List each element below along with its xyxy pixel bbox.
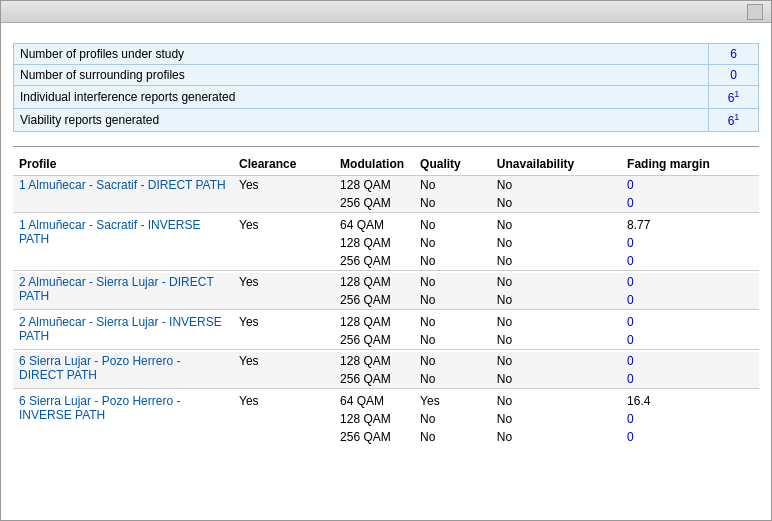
- summary-row-value: 61: [709, 86, 759, 109]
- table-row: 6 Sierra Lujar - Pozo Herrero - DIRECT P…: [13, 352, 759, 370]
- summary-report-window: Number of profiles under study6Number of…: [0, 0, 772, 521]
- summary-row-label: Viability reports generated: [14, 109, 709, 132]
- title-bar: [1, 1, 771, 23]
- modulation-value: 128 QAM: [334, 410, 414, 428]
- quality-value: No: [414, 216, 491, 234]
- unavailability-value: No: [491, 273, 621, 291]
- summary-row-value: 6: [709, 44, 759, 65]
- column-header: Quality: [414, 153, 491, 176]
- summary-row-label: Number of surrounding profiles: [14, 65, 709, 86]
- table-row: 1 Almuñecar - Sacratif - INVERSE PATHYes…: [13, 216, 759, 234]
- unavailability-value: No: [491, 234, 621, 252]
- modulation-value: 256 QAM: [334, 331, 414, 350]
- modulation-value: 64 QAM: [334, 392, 414, 410]
- unavailability-value: No: [491, 194, 621, 213]
- column-header: Profile: [13, 153, 233, 176]
- modulation-value: 128 QAM: [334, 273, 414, 291]
- modulation-value: 256 QAM: [334, 428, 414, 446]
- modulation-value: 128 QAM: [334, 313, 414, 331]
- fading-margin-value: 0: [621, 234, 759, 252]
- table-row: 6 Sierra Lujar - Pozo Herrero - INVERSE …: [13, 392, 759, 410]
- column-header: Clearance: [233, 153, 334, 176]
- clearance-value: Yes: [233, 313, 334, 350]
- fading-margin-value: 0: [621, 331, 759, 350]
- quality-value: No: [414, 370, 491, 389]
- summary-row-label: Individual interference reports generate…: [14, 86, 709, 109]
- summary-row-value: 61: [709, 109, 759, 132]
- quality-value: No: [414, 234, 491, 252]
- modulation-value: 128 QAM: [334, 176, 414, 195]
- quality-value: No: [414, 428, 491, 446]
- modulation-value: 256 QAM: [334, 291, 414, 310]
- profile-name: 2 Almuñecar - Sierra Lujar - DIRECT PATH: [13, 273, 233, 310]
- quality-value: No: [414, 352, 491, 370]
- table-row: 1 Almuñecar - Sacratif - DIRECT PATHYes1…: [13, 176, 759, 195]
- profile-name: 6 Sierra Lujar - Pozo Herrero - INVERSE …: [13, 392, 233, 446]
- summary-row-label: Number of profiles under study: [14, 44, 709, 65]
- quality-value: No: [414, 410, 491, 428]
- profiles-table: ProfileClearanceModulationQualityUnavail…: [13, 153, 759, 446]
- profile-name: 1 Almuñecar - Sacratif - INVERSE PATH: [13, 216, 233, 271]
- section-divider: [13, 146, 759, 147]
- fading-margin-value: 0: [621, 252, 759, 271]
- fading-margin-value: 0: [621, 352, 759, 370]
- unavailability-value: No: [491, 176, 621, 195]
- fading-margin-value: 0: [621, 313, 759, 331]
- fading-margin-value: 0: [621, 370, 759, 389]
- column-header: Fading margin: [621, 153, 759, 176]
- clearance-value: Yes: [233, 352, 334, 389]
- fading-margin-value: 0: [621, 291, 759, 310]
- quality-value: Yes: [414, 392, 491, 410]
- unavailability-value: No: [491, 428, 621, 446]
- modulation-value: 256 QAM: [334, 252, 414, 271]
- quality-value: No: [414, 176, 491, 195]
- modulation-value: 256 QAM: [334, 370, 414, 389]
- fading-margin-value: 0: [621, 273, 759, 291]
- table-row: 2 Almuñecar - Sierra Lujar - DIRECT PATH…: [13, 273, 759, 291]
- modulation-value: 128 QAM: [334, 352, 414, 370]
- profile-name: 1 Almuñecar - Sacratif - DIRECT PATH: [13, 176, 233, 213]
- quality-value: No: [414, 273, 491, 291]
- summary-row-value: 0: [709, 65, 759, 86]
- clearance-value: Yes: [233, 176, 334, 213]
- clearance-value: Yes: [233, 216, 334, 271]
- unavailability-value: No: [491, 392, 621, 410]
- unavailability-value: No: [491, 331, 621, 350]
- profile-name: 6 Sierra Lujar - Pozo Herrero - DIRECT P…: [13, 352, 233, 389]
- unavailability-value: No: [491, 252, 621, 271]
- modulation-value: 64 QAM: [334, 216, 414, 234]
- fading-margin-value: 0: [621, 176, 759, 195]
- fading-margin-value: 0: [621, 194, 759, 213]
- unavailability-value: No: [491, 216, 621, 234]
- unavailability-value: No: [491, 370, 621, 389]
- fading-margin-value: 0: [621, 410, 759, 428]
- summary-stats-table: Number of profiles under study6Number of…: [13, 43, 759, 132]
- unavailability-value: No: [491, 291, 621, 310]
- unavailability-value: No: [491, 352, 621, 370]
- fading-margin-value: 16.4: [621, 392, 759, 410]
- column-header: Modulation: [334, 153, 414, 176]
- quality-value: No: [414, 252, 491, 271]
- close-button[interactable]: [747, 4, 763, 20]
- quality-value: No: [414, 291, 491, 310]
- quality-value: No: [414, 313, 491, 331]
- clearance-value: Yes: [233, 273, 334, 310]
- quality-value: No: [414, 331, 491, 350]
- clearance-value: Yes: [233, 392, 334, 446]
- unavailability-value: No: [491, 410, 621, 428]
- modulation-value: 256 QAM: [334, 194, 414, 213]
- window-content: Number of profiles under study6Number of…: [1, 23, 771, 456]
- table-row: 2 Almuñecar - Sierra Lujar - INVERSE PAT…: [13, 313, 759, 331]
- column-header: Unavailability: [491, 153, 621, 176]
- quality-value: No: [414, 194, 491, 213]
- fading-margin-value: 8.77: [621, 216, 759, 234]
- modulation-value: 128 QAM: [334, 234, 414, 252]
- profile-name: 2 Almuñecar - Sierra Lujar - INVERSE PAT…: [13, 313, 233, 350]
- fading-margin-value: 0: [621, 428, 759, 446]
- unavailability-value: No: [491, 313, 621, 331]
